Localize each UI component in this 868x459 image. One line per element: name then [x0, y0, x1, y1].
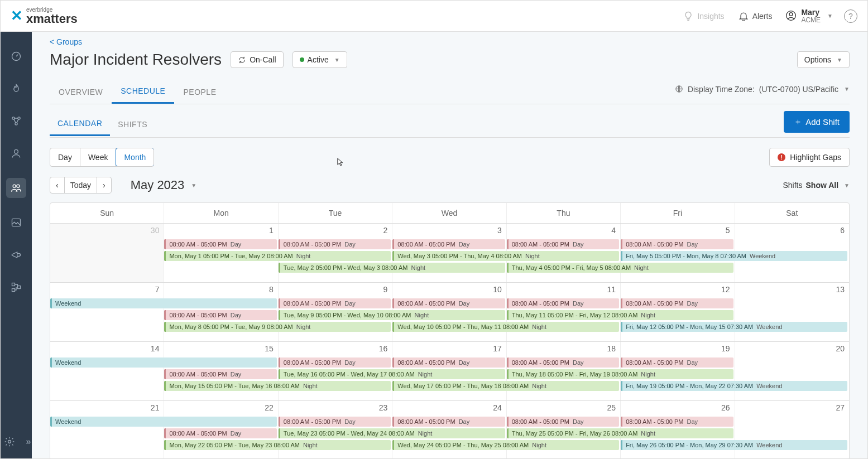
- nav-users[interactable]: [8, 146, 24, 161]
- shift-event[interactable]: Weekend: [50, 417, 277, 427]
- svg-point-8: [17, 185, 20, 187]
- shift-event[interactable]: 08:00 AM - 05:00 PMDay: [507, 298, 620, 308]
- shift-event[interactable]: 08:00 AM - 05:00 PMDay: [507, 239, 620, 249]
- help-button[interactable]: ?: [844, 9, 857, 23]
- flow-icon: [11, 282, 22, 293]
- shift-event[interactable]: Fri, May 12 05:00 PM - Mon, May 15 07:30…: [621, 322, 847, 332]
- shift-event[interactable]: 08:00 AM - 05:00 PMDay: [164, 310, 277, 320]
- shift-event[interactable]: 08:00 AM - 05:00 PMDay: [164, 428, 277, 438]
- shift-event[interactable]: Weekend: [50, 357, 277, 368]
- shift-event[interactable]: 08:00 AM - 05:00 PMDay: [621, 417, 733, 427]
- svg-rect-11: [18, 286, 21, 289]
- highlight-gaps-button[interactable]: ! Highlight Gaps: [769, 148, 850, 167]
- chevron-down-icon: ▼: [844, 86, 850, 92]
- main-content: < Groups Major Incident Resolvers On-Cal…: [32, 32, 867, 458]
- status-dropdown[interactable]: Active ▼: [292, 51, 347, 68]
- nav-incidents[interactable]: [8, 81, 24, 96]
- shift-event[interactable]: 08:00 AM - 05:00 PMDay: [164, 239, 277, 249]
- tab-overview[interactable]: OVERVIEW: [50, 81, 112, 103]
- brand-main: xmatters: [26, 13, 78, 25]
- shift-event[interactable]: Wed, May 10 05:00 PM - Thu, May 11 08:00…: [392, 322, 619, 332]
- shift-event[interactable]: Wed, May 24 05:00 PM - Thu, May 25 08:00…: [392, 440, 619, 450]
- shift-event[interactable]: 08:00 AM - 05:00 PMDay: [164, 369, 277, 379]
- nav-settings[interactable]: [2, 434, 17, 450]
- shift-event[interactable]: 08:00 AM - 05:00 PMDay: [621, 239, 733, 249]
- nav-groups[interactable]: [6, 178, 26, 198]
- shift-event[interactable]: Tue, May 16 05:00 PM - Wed, May 17 08:00…: [279, 369, 505, 379]
- day-cell[interactable]: 30: [50, 224, 164, 282]
- shift-event[interactable]: Wed, May 17 05:00 PM - Thu, May 18 08:00…: [392, 381, 619, 391]
- shift-event[interactable]: Tue, May 23 05:00 PM - Wed, May 24 08:00…: [279, 428, 505, 438]
- view-week[interactable]: Week: [80, 148, 117, 166]
- shift-event[interactable]: Thu, May 11 05:00 PM - Fri, May 12 08:00…: [507, 310, 733, 320]
- shift-event[interactable]: 08:00 AM - 05:00 PMDay: [392, 357, 505, 368]
- day-cell[interactable]: 14: [50, 342, 164, 400]
- day-cell[interactable]: 20: [735, 342, 849, 400]
- dow-header: Fri: [621, 203, 735, 223]
- alerts-link[interactable]: Alerts: [738, 11, 773, 22]
- prev-button[interactable]: ‹: [50, 177, 65, 193]
- refresh-icon: [238, 56, 246, 64]
- breadcrumb[interactable]: < Groups: [50, 37, 82, 46]
- oncall-button[interactable]: On-Call: [231, 51, 283, 68]
- shift-event[interactable]: Fri, May 19 05:00 PM - Mon, May 22 07:30…: [621, 381, 847, 391]
- shift-event[interactable]: 08:00 AM - 05:00 PMDay: [621, 298, 733, 308]
- month-picker[interactable]: May 2023 ▼: [131, 178, 197, 192]
- tab-schedule[interactable]: SCHEDULE: [112, 80, 174, 104]
- sidebar-expand[interactable]: »: [26, 437, 31, 447]
- shift-event[interactable]: Mon, May 22 05:00 PM - Tue, May 23 08:00…: [164, 440, 391, 450]
- nav-announce[interactable]: [8, 247, 24, 263]
- brand-logo[interactable]: ✕ everbridge xmatters: [11, 7, 78, 25]
- shift-event[interactable]: 08:00 AM - 05:00 PMDay: [279, 298, 391, 308]
- shift-event[interactable]: Fri, May 26 05:00 PM - Mon, May 29 07:30…: [621, 440, 847, 450]
- shift-event[interactable]: 08:00 AM - 05:00 PMDay: [392, 417, 505, 427]
- nav-analytics[interactable]: [8, 215, 24, 230]
- shift-event[interactable]: Tue, May 9 05:00 PM - Wed, May 10 08:00 …: [279, 310, 505, 320]
- plus-icon: ＋: [794, 117, 802, 127]
- gauge-icon: [11, 51, 22, 62]
- chevron-down-icon: ▼: [334, 57, 340, 63]
- shift-event[interactable]: 08:00 AM - 05:00 PMDay: [392, 239, 505, 249]
- tz-dropdown[interactable]: (UTC-0700) US/Pacific ▼: [759, 85, 850, 94]
- tab-people[interactable]: PEOPLE: [174, 81, 225, 103]
- day-cell[interactable]: 13: [735, 283, 849, 341]
- view-day[interactable]: Day: [50, 148, 80, 166]
- dow-header: Thu: [507, 203, 621, 223]
- next-button[interactable]: ›: [97, 177, 111, 193]
- view-month[interactable]: Month: [116, 148, 154, 167]
- shift-event[interactable]: Thu, May 18 05:00 PM - Fri, May 19 08:00…: [507, 369, 733, 379]
- shift-event[interactable]: 08:00 AM - 05:00 PMDay: [507, 357, 620, 368]
- svg-rect-12: [12, 289, 15, 292]
- shift-event[interactable]: 08:00 AM - 05:00 PMDay: [621, 357, 733, 368]
- view-segment: Day Week Month: [50, 148, 154, 167]
- week-row: 21222324252627Weekend08:00 AM - 05:00 PM…: [50, 400, 849, 458]
- shift-event[interactable]: 08:00 AM - 05:00 PMDay: [392, 298, 505, 308]
- shift-event[interactable]: Thu, May 25 05:00 PM - Fri, May 26 08:00…: [507, 428, 733, 438]
- shift-event[interactable]: Wed, May 3 05:00 PM - Thu, May 4 08:00 A…: [392, 251, 619, 261]
- nav-services[interactable]: [8, 113, 24, 129]
- shift-event[interactable]: Thu, May 4 05:00 PM - Fri, May 5 08:00 A…: [507, 263, 733, 273]
- day-cell[interactable]: 7: [50, 283, 164, 341]
- subtab-calendar[interactable]: CALENDAR: [50, 112, 110, 136]
- shifts-filter[interactable]: Shifts Show All ▼: [783, 181, 850, 190]
- shift-event[interactable]: 08:00 AM - 05:00 PMDay: [279, 357, 391, 368]
- insights-link[interactable]: Insights: [683, 11, 724, 22]
- shift-event[interactable]: Mon, May 1 05:00 PM - Tue, May 2 08:00 A…: [164, 251, 391, 261]
- nav-workflow[interactable]: [8, 279, 24, 295]
- shift-event[interactable]: Mon, May 15 05:00 PM - Tue, May 16 08:00…: [164, 381, 391, 391]
- add-shift-button[interactable]: ＋ Add Shift: [784, 111, 850, 133]
- shift-event[interactable]: Weekend: [50, 298, 277, 308]
- shift-event[interactable]: Mon, May 8 05:00 PM - Tue, May 9 08:00 A…: [164, 322, 391, 332]
- day-cell[interactable]: 21: [50, 401, 164, 458]
- nav-dashboard[interactable]: [8, 49, 24, 64]
- user-menu[interactable]: Mary ACME ▼: [785, 8, 833, 25]
- shift-event[interactable]: Fri, May 5 05:00 PM - Mon, May 8 07:30 A…: [621, 251, 847, 261]
- status-dot-icon: [300, 57, 304, 62]
- options-dropdown[interactable]: Options ▼: [797, 51, 850, 68]
- shift-event[interactable]: 08:00 AM - 05:00 PMDay: [279, 239, 391, 249]
- today-button[interactable]: Today: [65, 177, 97, 193]
- shift-event[interactable]: 08:00 AM - 05:00 PMDay: [279, 417, 391, 427]
- shift-event[interactable]: Tue, May 2 05:00 PM - Wed, May 3 08:00 A…: [279, 263, 505, 273]
- shift-event[interactable]: 08:00 AM - 05:00 PMDay: [507, 417, 620, 427]
- subtab-shifts[interactable]: SHIFTS: [110, 113, 155, 136]
